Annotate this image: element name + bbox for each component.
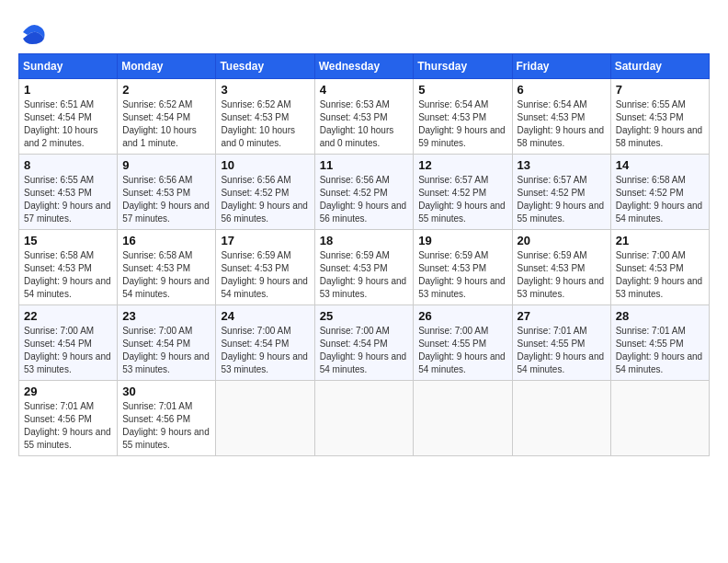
day-detail: Sunrise: 7:01 AM Sunset: 4:55 PM Dayligh… (616, 325, 704, 376)
calendar-cell: 24 Sunrise: 7:00 AM Sunset: 4:54 PM Dayl… (216, 305, 314, 381)
calendar-cell: 17 Sunrise: 6:59 AM Sunset: 4:53 PM Dayl… (216, 230, 314, 305)
calendar-week-row: 29 Sunrise: 7:01 AM Sunset: 4:56 PM Dayl… (19, 381, 710, 456)
weekday-header: Wednesday (314, 54, 414, 79)
calendar-cell: 22 Sunrise: 7:00 AM Sunset: 4:54 PM Dayl… (19, 305, 118, 381)
day-detail: Sunrise: 6:59 AM Sunset: 4:53 PM Dayligh… (518, 249, 606, 301)
day-detail: Sunrise: 6:55 AM Sunset: 4:53 PM Dayligh… (24, 174, 112, 225)
day-detail: Sunrise: 6:55 AM Sunset: 4:53 PM Dayligh… (616, 98, 704, 150)
day-detail: Sunrise: 7:01 AM Sunset: 4:55 PM Dayligh… (518, 325, 606, 376)
day-detail: Sunrise: 7:00 AM Sunset: 4:53 PM Dayligh… (616, 249, 704, 301)
day-detail: Sunrise: 6:57 AM Sunset: 4:52 PM Dayligh… (518, 174, 606, 225)
day-number: 27 (518, 309, 606, 323)
day-detail: Sunrise: 6:57 AM Sunset: 4:52 PM Dayligh… (418, 174, 506, 225)
day-detail: Sunrise: 7:01 AM Sunset: 4:56 PM Dayligh… (24, 400, 112, 452)
day-detail: Sunrise: 6:51 AM Sunset: 4:54 PM Dayligh… (24, 98, 112, 150)
day-detail: Sunrise: 7:00 AM Sunset: 4:55 PM Dayligh… (418, 325, 506, 376)
day-number: 11 (320, 158, 409, 172)
calendar-cell: 4 Sunrise: 6:53 AM Sunset: 4:53 PM Dayli… (314, 79, 414, 155)
day-detail: Sunrise: 6:54 AM Sunset: 4:53 PM Dayligh… (418, 98, 506, 150)
day-detail: Sunrise: 7:00 AM Sunset: 4:54 PM Dayligh… (221, 325, 309, 376)
day-number: 13 (518, 158, 606, 172)
day-detail: Sunrise: 6:56 AM Sunset: 4:53 PM Dayligh… (122, 174, 210, 225)
calendar-week-row: 22 Sunrise: 7:00 AM Sunset: 4:54 PM Dayl… (19, 305, 710, 381)
day-number: 10 (221, 158, 309, 172)
day-number: 15 (24, 234, 112, 247)
day-detail: Sunrise: 7:00 AM Sunset: 4:54 PM Dayligh… (24, 325, 112, 376)
day-number: 17 (221, 234, 309, 247)
day-number: 25 (320, 309, 409, 323)
day-number: 18 (320, 234, 409, 247)
calendar-cell: 3 Sunrise: 6:52 AM Sunset: 4:53 PM Dayli… (216, 79, 314, 155)
day-number: 4 (320, 83, 409, 97)
weekday-header: Thursday (414, 54, 512, 79)
day-detail: Sunrise: 6:59 AM Sunset: 4:53 PM Dayligh… (221, 249, 309, 301)
day-detail: Sunrise: 6:53 AM Sunset: 4:53 PM Dayligh… (320, 98, 409, 150)
day-number: 7 (616, 83, 704, 97)
calendar-cell: 21 Sunrise: 7:00 AM Sunset: 4:53 PM Dayl… (610, 230, 709, 305)
calendar-cell: 20 Sunrise: 6:59 AM Sunset: 4:53 PM Dayl… (512, 230, 610, 305)
calendar-cell: 27 Sunrise: 7:01 AM Sunset: 4:55 PM Dayl… (512, 305, 610, 381)
calendar-cell: 14 Sunrise: 6:58 AM Sunset: 4:52 PM Dayl… (610, 155, 709, 230)
day-number: 21 (616, 234, 704, 247)
calendar-cell (512, 381, 610, 456)
calendar-week-row: 1 Sunrise: 6:51 AM Sunset: 4:54 PM Dayli… (19, 79, 710, 155)
day-detail: Sunrise: 6:58 AM Sunset: 4:53 PM Dayligh… (24, 249, 112, 301)
day-detail: Sunrise: 6:59 AM Sunset: 4:53 PM Dayligh… (418, 249, 506, 301)
calendar-cell: 1 Sunrise: 6:51 AM Sunset: 4:54 PM Dayli… (19, 79, 118, 155)
calendar-cell: 12 Sunrise: 6:57 AM Sunset: 4:52 PM Dayl… (414, 155, 512, 230)
calendar-cell: 18 Sunrise: 6:59 AM Sunset: 4:53 PM Dayl… (314, 230, 414, 305)
day-detail: Sunrise: 6:59 AM Sunset: 4:53 PM Dayligh… (320, 249, 409, 301)
calendar-cell: 8 Sunrise: 6:55 AM Sunset: 4:53 PM Dayli… (19, 155, 118, 230)
calendar-cell: 16 Sunrise: 6:58 AM Sunset: 4:53 PM Dayl… (118, 230, 216, 305)
day-number: 5 (418, 83, 506, 97)
day-detail: Sunrise: 6:58 AM Sunset: 4:52 PM Dayligh… (616, 174, 704, 225)
calendar-cell (610, 381, 709, 456)
day-number: 6 (518, 83, 606, 97)
calendar-cell: 28 Sunrise: 7:01 AM Sunset: 4:55 PM Dayl… (610, 305, 709, 381)
day-detail: Sunrise: 6:58 AM Sunset: 4:53 PM Dayligh… (122, 249, 210, 301)
day-number: 20 (518, 234, 606, 247)
calendar-cell: 10 Sunrise: 6:56 AM Sunset: 4:52 PM Dayl… (216, 155, 314, 230)
calendar-cell: 29 Sunrise: 7:01 AM Sunset: 4:56 PM Dayl… (19, 381, 118, 456)
day-number: 8 (24, 158, 112, 172)
page-header (18, 18, 710, 46)
day-number: 28 (616, 309, 704, 323)
weekday-header: Saturday (610, 54, 709, 79)
day-detail: Sunrise: 7:01 AM Sunset: 4:56 PM Dayligh… (122, 400, 210, 452)
day-detail: Sunrise: 7:00 AM Sunset: 4:54 PM Dayligh… (320, 325, 409, 376)
calendar-cell: 2 Sunrise: 6:52 AM Sunset: 4:54 PM Dayli… (118, 79, 216, 155)
calendar-cell: 9 Sunrise: 6:56 AM Sunset: 4:53 PM Dayli… (118, 155, 216, 230)
calendar-cell: 19 Sunrise: 6:59 AM Sunset: 4:53 PM Dayl… (414, 230, 512, 305)
calendar-week-row: 8 Sunrise: 6:55 AM Sunset: 4:53 PM Dayli… (19, 155, 710, 230)
calendar-cell: 26 Sunrise: 7:00 AM Sunset: 4:55 PM Dayl… (414, 305, 512, 381)
calendar-cell: 25 Sunrise: 7:00 AM Sunset: 4:54 PM Dayl… (314, 305, 414, 381)
calendar-cell (216, 381, 314, 456)
day-detail: Sunrise: 6:56 AM Sunset: 4:52 PM Dayligh… (320, 174, 409, 225)
calendar-cell: 7 Sunrise: 6:55 AM Sunset: 4:53 PM Dayli… (610, 79, 709, 155)
calendar-cell: 5 Sunrise: 6:54 AM Sunset: 4:53 PM Dayli… (414, 79, 512, 155)
calendar-cell (414, 381, 512, 456)
day-number: 9 (122, 158, 210, 172)
calendar: SundayMondayTuesdayWednesdayThursdayFrid… (18, 53, 710, 456)
logo (18, 18, 50, 46)
calendar-cell: 30 Sunrise: 7:01 AM Sunset: 4:56 PM Dayl… (118, 381, 216, 456)
day-detail: Sunrise: 6:52 AM Sunset: 4:53 PM Dayligh… (221, 98, 309, 150)
calendar-cell: 15 Sunrise: 6:58 AM Sunset: 4:53 PM Dayl… (19, 230, 118, 305)
day-number: 3 (221, 83, 309, 97)
calendar-cell: 6 Sunrise: 6:54 AM Sunset: 4:53 PM Dayli… (512, 79, 610, 155)
day-number: 24 (221, 309, 309, 323)
day-number: 22 (24, 309, 112, 323)
weekday-header: Friday (512, 54, 610, 79)
calendar-week-row: 15 Sunrise: 6:58 AM Sunset: 4:53 PM Dayl… (19, 230, 710, 305)
day-number: 30 (122, 385, 210, 398)
day-number: 16 (122, 234, 210, 247)
calendar-cell: 13 Sunrise: 6:57 AM Sunset: 4:52 PM Dayl… (512, 155, 610, 230)
day-number: 2 (122, 83, 210, 97)
weekday-header-row: SundayMondayTuesdayWednesdayThursdayFrid… (19, 54, 710, 79)
weekday-header: Sunday (19, 54, 118, 79)
day-number: 29 (24, 385, 112, 398)
day-number: 19 (418, 234, 506, 247)
day-detail: Sunrise: 7:00 AM Sunset: 4:54 PM Dayligh… (122, 325, 210, 376)
day-number: 1 (24, 83, 112, 97)
day-number: 23 (122, 309, 210, 323)
